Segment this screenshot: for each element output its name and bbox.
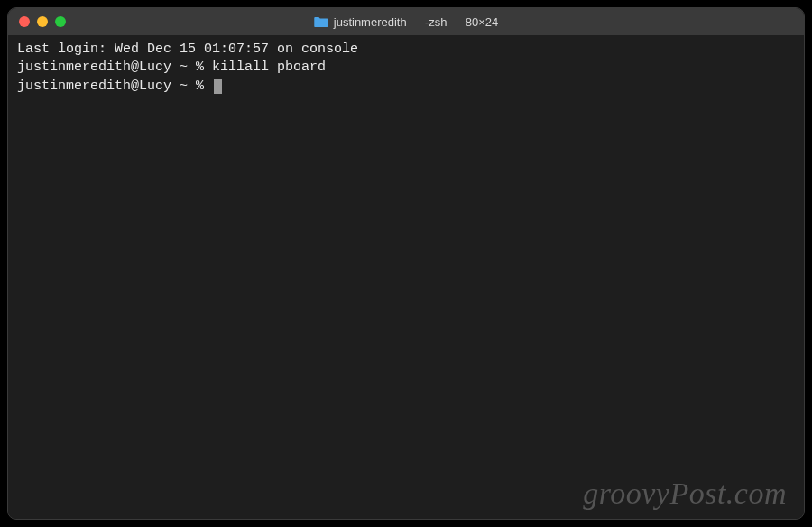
minimize-button[interactable] — [37, 16, 48, 27]
terminal-window: justinmeredith — -zsh — 80×24 Last login… — [7, 7, 805, 520]
terminal-line: justinmeredith@Lucy ~ % killall pboard — [17, 59, 795, 77]
close-button[interactable] — [19, 16, 30, 27]
terminal-body[interactable]: Last login: Wed Dec 15 01:07:57 on conso… — [8, 35, 804, 519]
prompt: justinmeredith@Lucy ~ % — [17, 79, 212, 94]
last-login-text: Last login: Wed Dec 15 01:07:57 on conso… — [17, 42, 358, 57]
traffic-lights — [19, 16, 66, 27]
titlebar[interactable]: justinmeredith — -zsh — 80×24 — [8, 8, 804, 35]
terminal-line: justinmeredith@Lucy ~ % — [17, 78, 795, 96]
window-title-text: justinmeredith — -zsh — 80×24 — [334, 15, 498, 29]
cursor — [214, 79, 222, 94]
folder-icon — [314, 15, 328, 28]
window-title: justinmeredith — -zsh — 80×24 — [314, 15, 498, 29]
maximize-button[interactable] — [55, 16, 66, 27]
prompt: justinmeredith@Lucy ~ % — [17, 60, 212, 75]
command-text: killall pboard — [212, 60, 326, 75]
terminal-line: Last login: Wed Dec 15 01:07:57 on conso… — [17, 41, 795, 59]
